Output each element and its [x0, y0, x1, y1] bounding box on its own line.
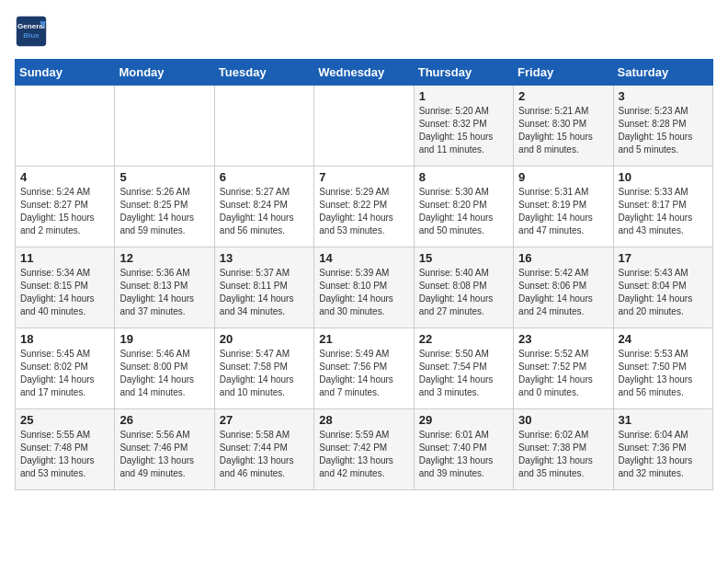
- day-number: 2: [518, 89, 608, 103]
- calendar-table: SundayMondayTuesdayWednesdayThursdayFrid…: [15, 59, 713, 490]
- day-number: 28: [319, 413, 408, 427]
- day-cell: 11Sunrise: 5:34 AM Sunset: 8:15 PM Dayli…: [16, 247, 115, 328]
- day-number: 4: [20, 170, 109, 184]
- day-detail: Sunrise: 5:42 AM Sunset: 8:06 PM Dayligh…: [518, 267, 608, 318]
- day-number: 26: [119, 413, 209, 427]
- day-number: 24: [619, 332, 708, 346]
- day-cell: 1Sunrise: 5:20 AM Sunset: 8:32 PM Daylig…: [414, 86, 513, 167]
- day-cell: 22Sunrise: 5:50 AM Sunset: 7:54 PM Dayli…: [414, 328, 513, 409]
- day-number: 23: [518, 332, 608, 346]
- week-row-3: 18Sunrise: 5:45 AM Sunset: 8:02 PM Dayli…: [16, 328, 713, 409]
- day-number: 12: [119, 251, 209, 265]
- day-number: 21: [319, 332, 408, 346]
- day-detail: Sunrise: 5:31 AM Sunset: 8:19 PM Dayligh…: [518, 186, 608, 237]
- day-detail: Sunrise: 5:30 AM Sunset: 8:20 PM Dayligh…: [419, 186, 508, 237]
- day-number: 31: [619, 413, 708, 427]
- day-number: 5: [119, 170, 209, 184]
- day-cell: 16Sunrise: 5:42 AM Sunset: 8:06 PM Dayli…: [514, 247, 613, 328]
- week-row-4: 25Sunrise: 5:55 AM Sunset: 7:48 PM Dayli…: [16, 409, 713, 490]
- day-cell: 3Sunrise: 5:23 AM Sunset: 8:28 PM Daylig…: [613, 86, 712, 167]
- day-number: 14: [319, 251, 408, 265]
- day-detail: Sunrise: 5:39 AM Sunset: 8:10 PM Dayligh…: [319, 267, 408, 318]
- day-cell: 15Sunrise: 5:40 AM Sunset: 8:08 PM Dayli…: [414, 247, 513, 328]
- day-detail: Sunrise: 5:45 AM Sunset: 8:02 PM Dayligh…: [20, 348, 109, 399]
- day-number: 29: [419, 413, 508, 427]
- day-number: 10: [619, 170, 708, 184]
- header-saturday: Saturday: [613, 60, 712, 86]
- day-cell: 21Sunrise: 5:49 AM Sunset: 7:56 PM Dayli…: [314, 328, 414, 409]
- day-detail: Sunrise: 5:36 AM Sunset: 8:13 PM Dayligh…: [119, 267, 209, 318]
- day-cell: 28Sunrise: 5:59 AM Sunset: 7:42 PM Dayli…: [314, 409, 414, 490]
- day-detail: Sunrise: 5:59 AM Sunset: 7:42 PM Dayligh…: [319, 429, 408, 480]
- week-row-2: 11Sunrise: 5:34 AM Sunset: 8:15 PM Dayli…: [16, 247, 713, 328]
- day-detail: Sunrise: 5:40 AM Sunset: 8:08 PM Dayligh…: [419, 267, 508, 318]
- day-detail: Sunrise: 5:24 AM Sunset: 8:27 PM Dayligh…: [20, 186, 109, 237]
- day-cell: 10Sunrise: 5:33 AM Sunset: 8:17 PM Dayli…: [613, 167, 712, 247]
- day-number: 18: [20, 332, 109, 346]
- day-number: 3: [619, 89, 708, 103]
- day-cell: [16, 86, 115, 167]
- day-cell: 26Sunrise: 5:56 AM Sunset: 7:46 PM Dayli…: [115, 409, 214, 490]
- day-number: 22: [419, 332, 508, 346]
- day-cell: 29Sunrise: 6:01 AM Sunset: 7:40 PM Dayli…: [414, 409, 513, 490]
- day-number: 30: [518, 413, 608, 427]
- day-cell: 14Sunrise: 5:39 AM Sunset: 8:10 PM Dayli…: [314, 247, 414, 328]
- day-detail: Sunrise: 5:43 AM Sunset: 8:04 PM Dayligh…: [619, 267, 708, 318]
- day-cell: 20Sunrise: 5:47 AM Sunset: 7:58 PM Dayli…: [214, 328, 313, 409]
- day-cell: 17Sunrise: 5:43 AM Sunset: 8:04 PM Dayli…: [613, 247, 712, 328]
- header-row: SundayMondayTuesdayWednesdayThursdayFrid…: [16, 60, 713, 86]
- day-detail: Sunrise: 5:34 AM Sunset: 8:15 PM Dayligh…: [20, 267, 109, 318]
- svg-text:Blue: Blue: [23, 31, 40, 40]
- day-number: 16: [518, 251, 608, 265]
- day-detail: Sunrise: 5:52 AM Sunset: 7:52 PM Dayligh…: [518, 348, 608, 399]
- day-detail: Sunrise: 5:37 AM Sunset: 8:11 PM Dayligh…: [220, 267, 309, 318]
- day-detail: Sunrise: 6:02 AM Sunset: 7:38 PM Dayligh…: [518, 429, 608, 480]
- page-header: General Blue: [15, 15, 713, 48]
- day-cell: 9Sunrise: 5:31 AM Sunset: 8:19 PM Daylig…: [514, 167, 613, 247]
- day-number: 7: [319, 170, 408, 184]
- day-cell: 5Sunrise: 5:26 AM Sunset: 8:25 PM Daylig…: [115, 167, 214, 247]
- day-cell: [115, 86, 214, 167]
- day-number: 25: [20, 413, 109, 427]
- day-number: 11: [20, 251, 109, 265]
- day-cell: 7Sunrise: 5:29 AM Sunset: 8:22 PM Daylig…: [314, 167, 414, 247]
- day-cell: [314, 86, 414, 167]
- day-number: 17: [619, 251, 708, 265]
- day-detail: Sunrise: 6:01 AM Sunset: 7:40 PM Dayligh…: [419, 429, 508, 480]
- day-detail: Sunrise: 5:53 AM Sunset: 7:50 PM Dayligh…: [619, 348, 708, 399]
- day-number: 8: [419, 170, 508, 184]
- day-number: 9: [518, 170, 608, 184]
- day-cell: [214, 86, 313, 167]
- day-number: 6: [220, 170, 309, 184]
- day-detail: Sunrise: 5:26 AM Sunset: 8:25 PM Dayligh…: [119, 186, 209, 237]
- day-cell: 8Sunrise: 5:30 AM Sunset: 8:20 PM Daylig…: [414, 167, 513, 247]
- day-detail: Sunrise: 5:49 AM Sunset: 7:56 PM Dayligh…: [319, 348, 408, 399]
- day-number: 27: [220, 413, 309, 427]
- day-number: 19: [119, 332, 209, 346]
- day-cell: 13Sunrise: 5:37 AM Sunset: 8:11 PM Dayli…: [214, 247, 313, 328]
- day-cell: 24Sunrise: 5:53 AM Sunset: 7:50 PM Dayli…: [613, 328, 712, 409]
- header-thursday: Thursday: [414, 60, 513, 86]
- day-detail: Sunrise: 5:58 AM Sunset: 7:44 PM Dayligh…: [220, 429, 309, 480]
- day-detail: Sunrise: 5:55 AM Sunset: 7:48 PM Dayligh…: [20, 429, 109, 480]
- day-cell: 27Sunrise: 5:58 AM Sunset: 7:44 PM Dayli…: [214, 409, 313, 490]
- day-cell: 23Sunrise: 5:52 AM Sunset: 7:52 PM Dayli…: [514, 328, 613, 409]
- header-friday: Friday: [514, 60, 613, 86]
- week-row-1: 4Sunrise: 5:24 AM Sunset: 8:27 PM Daylig…: [16, 167, 713, 247]
- day-detail: Sunrise: 5:50 AM Sunset: 7:54 PM Dayligh…: [419, 348, 508, 399]
- day-detail: Sunrise: 5:29 AM Sunset: 8:22 PM Dayligh…: [319, 186, 408, 237]
- day-number: 1: [419, 89, 508, 103]
- header-wednesday: Wednesday: [314, 60, 414, 86]
- day-detail: Sunrise: 5:56 AM Sunset: 7:46 PM Dayligh…: [119, 429, 209, 480]
- day-cell: 6Sunrise: 5:27 AM Sunset: 8:24 PM Daylig…: [214, 167, 313, 247]
- day-detail: Sunrise: 6:04 AM Sunset: 7:36 PM Dayligh…: [619, 429, 708, 480]
- week-row-0: 1Sunrise: 5:20 AM Sunset: 8:32 PM Daylig…: [16, 86, 713, 167]
- day-cell: 19Sunrise: 5:46 AM Sunset: 8:00 PM Dayli…: [115, 328, 214, 409]
- header-monday: Monday: [115, 60, 214, 86]
- day-detail: Sunrise: 5:21 AM Sunset: 8:30 PM Dayligh…: [518, 105, 608, 156]
- day-number: 20: [220, 332, 309, 346]
- day-cell: 4Sunrise: 5:24 AM Sunset: 8:27 PM Daylig…: [16, 167, 115, 247]
- day-number: 13: [220, 251, 309, 265]
- day-cell: 30Sunrise: 6:02 AM Sunset: 7:38 PM Dayli…: [514, 409, 613, 490]
- day-cell: 31Sunrise: 6:04 AM Sunset: 7:36 PM Dayli…: [613, 409, 712, 490]
